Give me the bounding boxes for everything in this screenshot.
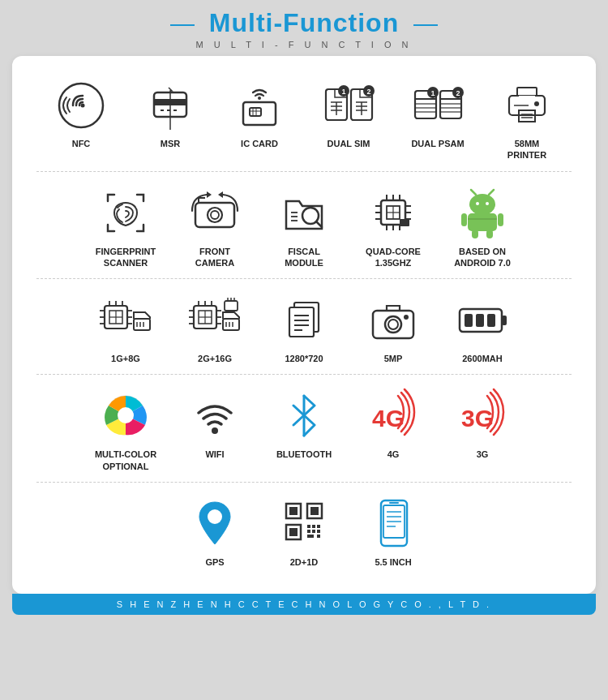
svg-text:2: 2 [456, 89, 460, 97]
mem1-label: 1G+8G [111, 353, 140, 364]
mem2-label: 2G+16G [198, 353, 232, 364]
camera5mp-label: 5MP [384, 353, 403, 364]
4g-label: 4G [387, 449, 400, 460]
row2-section: FINGERPRINTSCANNER [28, 172, 580, 279]
svg-text:1: 1 [341, 88, 345, 96]
android-icon [456, 187, 509, 239]
fingerprint-label: FINGERPRINTSCANNER [96, 246, 156, 269]
fingerprint-icon [100, 187, 152, 239]
svg-rect-149 [289, 507, 298, 515]
battery-icon [456, 294, 509, 346]
row1-section: NFC MSR [28, 64, 580, 171]
2d1d-label: 2D+1D [290, 556, 319, 568]
page-header: Multi-Function M U L T I - F U N C T I O… [8, 8, 600, 49]
svg-marker-54 [207, 191, 212, 198]
android-label: BASED ONANDROID 7.0 [454, 246, 511, 269]
screen-icon [367, 497, 420, 550]
footer-text: S H E N Z H E N H C C T E C H N O L O G … [117, 599, 491, 609]
resolution-label: 1280*720 [285, 353, 323, 364]
svg-line-82 [489, 190, 494, 195]
feature-iccard: IC CARD [215, 79, 304, 149]
svg-rect-161 [317, 525, 320, 528]
svg-rect-87 [486, 230, 493, 238]
footer-bar: S H E N Z H E N H C C T E C H N O L O G … [12, 594, 596, 615]
dualsim-icon: 1 2 [323, 79, 375, 131]
feature-2d1d: 2D+1D [259, 497, 349, 568]
mem2-icon [189, 294, 242, 346]
3g-label: 3G [477, 449, 489, 460]
svg-rect-84 [461, 213, 467, 226]
svg-rect-154 [307, 525, 310, 528]
svg-point-1 [81, 103, 85, 107]
nfc-label: NFC [72, 138, 91, 149]
feature-android: BASED ONANDROID 7.0 [438, 187, 527, 269]
iccard-label: IC CARD [241, 138, 278, 149]
svg-rect-123 [225, 301, 238, 311]
feature-gps: GPS [170, 497, 259, 568]
svg-point-80 [486, 202, 489, 205]
svg-rect-138 [502, 316, 507, 325]
multicolor-label: MULTI-COLOROPTIONAL [95, 449, 156, 472]
feature-msr: MSR [126, 79, 215, 149]
main-card: NFC MSR [12, 56, 596, 594]
feature-1g8g: 1G+8G [81, 294, 170, 364]
svg-rect-160 [307, 535, 314, 538]
svg-line-81 [471, 190, 476, 195]
title-bold: Multi-Function [209, 8, 399, 37]
feature-dualpsam: 1 2 DUAL PSAM [393, 79, 482, 149]
fiscal-icon [278, 187, 331, 239]
svg-text:1: 1 [430, 89, 435, 97]
svg-rect-157 [312, 530, 315, 533]
svg-point-136 [404, 315, 409, 320]
feature-dualsim: 1 2 DUAL SIM [304, 79, 393, 149]
battery-label: 2600MAH [462, 353, 503, 364]
svg-rect-86 [472, 230, 478, 238]
feature-bluetooth: BLUETOOTH [259, 389, 349, 460]
dualsim-label: DUAL SIM [328, 138, 370, 149]
svg-rect-159 [317, 535, 320, 538]
svg-point-53 [211, 211, 219, 219]
feature-nfc: NFC [36, 79, 126, 149]
feature-2g16g: 2G+16G [170, 294, 259, 364]
svg-rect-153 [289, 528, 298, 536]
svg-rect-156 [307, 530, 310, 533]
svg-rect-151 [310, 507, 319, 515]
svg-rect-158 [317, 530, 320, 533]
quadcore-icon [367, 187, 420, 239]
svg-marker-55 [218, 191, 223, 198]
svg-rect-141 [487, 314, 495, 327]
mem1-icon [100, 294, 152, 346]
multicolor-icon [100, 389, 152, 442]
msr-label: MSR [161, 138, 180, 149]
svg-rect-85 [498, 213, 503, 226]
wifi-icon [189, 389, 242, 442]
svg-text:4G: 4G [372, 405, 405, 432]
printer-label: 58MMPRINTER [507, 138, 546, 161]
svg-point-78 [469, 194, 495, 215]
feature-4g: 4G 4G [349, 389, 438, 460]
svg-point-52 [208, 208, 222, 222]
svg-point-7 [258, 97, 261, 100]
feature-3g: 3G 3G [438, 389, 527, 460]
feature-frontcamera: FRONTCAMERA [170, 187, 259, 269]
feature-quadcore: QUAD-CORE1.35GHZ [349, 187, 438, 269]
fiscal-label: FISCALMODULE [285, 246, 323, 269]
row5-section: GPS [28, 483, 580, 578]
svg-rect-83 [468, 213, 497, 231]
feature-55inch: 5.5 INCH [349, 497, 438, 568]
feature-wifi: WIFI [170, 389, 259, 460]
3g-icon: 3G [456, 389, 509, 442]
bluetooth-icon [278, 389, 331, 442]
svg-rect-77 [400, 219, 409, 226]
svg-text:2: 2 [366, 88, 370, 96]
dualpsam-label: DUAL PSAM [411, 138, 464, 149]
nfc-icon [55, 79, 108, 131]
svg-point-135 [388, 320, 398, 329]
bluetooth-label: BLUETOOTH [276, 449, 332, 460]
svg-point-147 [208, 509, 222, 524]
feature-battery: 2600MAH [438, 294, 527, 364]
printer-icon [501, 79, 554, 131]
sub-title: M U L T I - F U N C T I O N [195, 40, 412, 49]
svg-point-143 [118, 407, 134, 423]
svg-rect-155 [312, 525, 315, 528]
